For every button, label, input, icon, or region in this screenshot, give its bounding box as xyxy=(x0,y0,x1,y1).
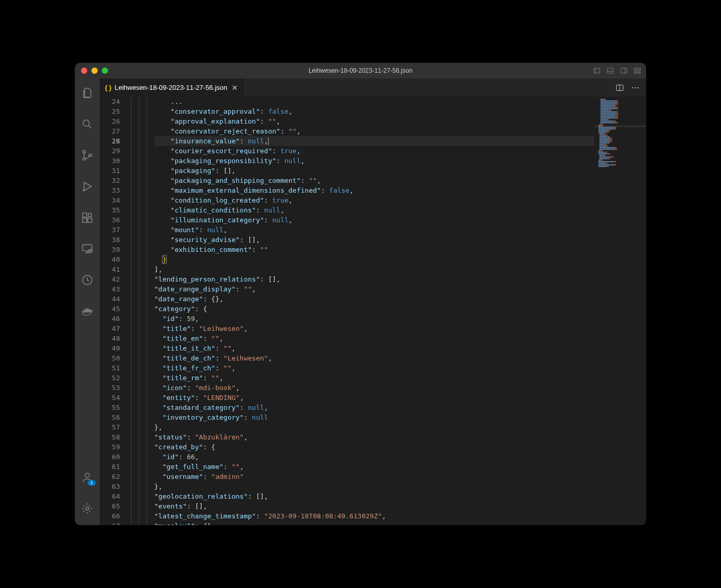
search-icon[interactable] xyxy=(75,114,100,135)
tab-filename: Leihwesen-18-09-2023-11-27-56.json xyxy=(115,84,228,91)
fold-indicators xyxy=(128,97,154,525)
svg-rect-8 xyxy=(634,72,636,73)
docker-icon[interactable] xyxy=(75,301,100,322)
activity-bar: 1 xyxy=(75,78,100,525)
minimap-slider[interactable] xyxy=(594,125,646,127)
svg-rect-20 xyxy=(83,245,92,251)
svg-point-26 xyxy=(86,507,89,510)
source-control-icon[interactable] xyxy=(75,145,100,166)
titlebar[interactable]: Leihwesen-18-09-2023-11-27-56.json xyxy=(75,63,646,78)
svg-rect-6 xyxy=(634,68,636,70)
svg-line-11 xyxy=(89,126,91,128)
remote-explorer-icon[interactable] xyxy=(75,238,100,259)
maximize-window-button[interactable] xyxy=(102,68,108,74)
more-actions-icon[interactable]: ⋯ xyxy=(631,83,640,92)
toggle-panel-right-icon[interactable] xyxy=(620,67,627,74)
svg-point-13 xyxy=(83,158,86,161)
close-window-button[interactable] xyxy=(81,68,87,74)
explorer-icon[interactable] xyxy=(75,83,100,103)
extensions-icon[interactable] xyxy=(75,207,100,228)
settings-gear-icon[interactable] xyxy=(75,498,100,519)
toggle-panel-left-icon[interactable] xyxy=(593,67,600,74)
traffic-lights xyxy=(75,68,108,74)
split-editor-icon[interactable] xyxy=(616,84,624,92)
tab-active[interactable]: { } Leihwesen-18-09-2023-11-27-56.json ✕ xyxy=(100,78,245,97)
close-tab-icon[interactable]: ✕ xyxy=(231,83,239,93)
line-numbers: 2425262728293031323334353637383940414243… xyxy=(100,97,128,525)
window-title: Leihwesen-18-09-2023-11-27-56.json xyxy=(75,67,646,74)
svg-rect-9 xyxy=(638,72,640,73)
svg-point-10 xyxy=(83,120,89,126)
layout-controls xyxy=(593,67,641,74)
window-body: 1 { } Leihwesen-18-09-2023-11-27-56.json… xyxy=(75,78,646,525)
timeline-icon[interactable] xyxy=(75,270,100,290)
accounts-icon[interactable]: 1 xyxy=(75,467,100,488)
svg-rect-18 xyxy=(88,218,92,222)
editor-area[interactable]: 2425262728293031323334353637383940414243… xyxy=(100,97,646,525)
accounts-badge: 1 xyxy=(88,480,96,486)
svg-rect-7 xyxy=(638,68,640,70)
editor-group: { } Leihwesen-18-09-2023-11-27-56.json ✕… xyxy=(100,78,646,525)
run-debug-icon[interactable] xyxy=(75,176,100,197)
svg-rect-0 xyxy=(594,68,599,73)
svg-point-12 xyxy=(83,151,86,153)
json-file-icon: { } xyxy=(105,84,112,91)
minimap[interactable]: ████████████████████████████████████████… xyxy=(594,97,646,525)
tab-bar: { } Leihwesen-18-09-2023-11-27-56.json ✕… xyxy=(100,78,646,97)
svg-rect-19 xyxy=(88,213,91,217)
svg-rect-4 xyxy=(621,68,626,73)
app-window: Leihwesen-18-09-2023-11-27-56.json xyxy=(75,63,646,525)
svg-point-25 xyxy=(85,473,89,477)
svg-rect-2 xyxy=(607,68,613,73)
toggle-panel-bottom-icon[interactable] xyxy=(607,67,614,74)
minimize-window-button[interactable] xyxy=(91,68,98,74)
svg-point-15 xyxy=(83,190,84,191)
svg-rect-17 xyxy=(83,218,87,222)
customize-layout-icon[interactable] xyxy=(634,67,641,74)
code-content[interactable]: ... "conservator_approval": false, "appr… xyxy=(154,97,594,525)
svg-rect-16 xyxy=(83,213,87,217)
svg-point-14 xyxy=(89,154,92,157)
